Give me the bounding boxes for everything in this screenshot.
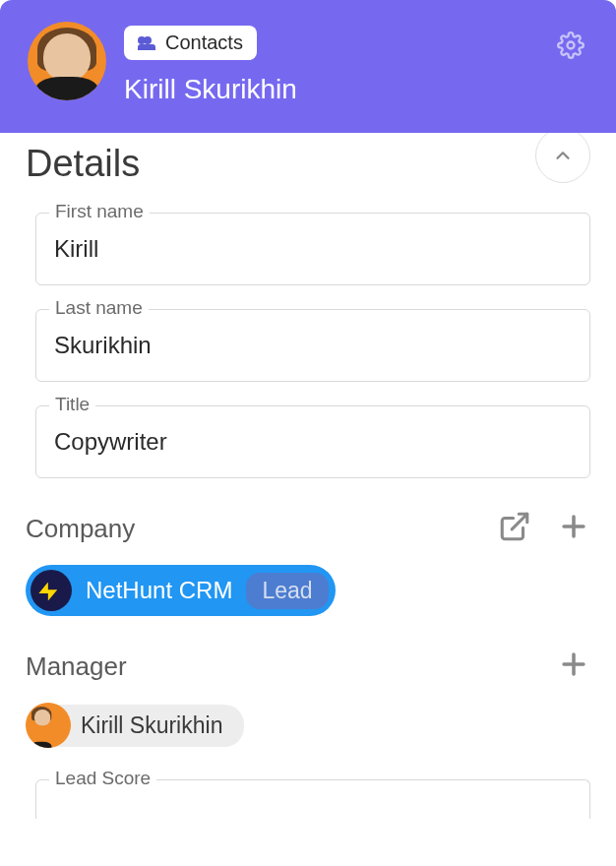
plus-icon [557, 510, 590, 543]
manager-avatar [26, 703, 71, 748]
contacts-icon [138, 36, 157, 50]
last-name-input[interactable] [35, 309, 590, 382]
company-section-label: Company [26, 514, 135, 544]
title-field: Title [35, 405, 590, 478]
open-company-button[interactable] [498, 510, 531, 547]
first-name-label: First name [49, 201, 150, 222]
gear-icon [557, 31, 585, 59]
section-title: Details [26, 143, 140, 185]
chevron-up-icon [552, 145, 574, 166]
external-link-icon [498, 510, 531, 543]
last-name-label: Last name [49, 297, 149, 319]
manager-chip[interactable]: Kirill Skurikhin [26, 703, 244, 748]
add-manager-button[interactable] [557, 648, 590, 685]
collapse-button[interactable] [535, 128, 590, 183]
add-company-button[interactable] [557, 510, 590, 547]
last-name-field: Last name [35, 309, 590, 382]
company-chip[interactable]: NetHunt CRM Lead [26, 565, 336, 616]
first-name-field: First name [35, 213, 590, 285]
svg-point-0 [568, 42, 575, 49]
company-logo [31, 570, 72, 611]
contact-header: Contacts Kirill Skurikhin [0, 0, 616, 133]
company-status-badge: Lead [246, 573, 328, 609]
title-input[interactable] [35, 405, 590, 478]
title-label: Title [49, 394, 95, 415]
details-panel: Details First name Last name Title Compa… [0, 133, 616, 838]
contact-name-title: Kirill Skurikhin [124, 74, 588, 105]
company-name: NetHunt CRM [86, 577, 232, 604]
settings-button[interactable] [557, 31, 585, 59]
lead-score-field: Lead Score [35, 779, 590, 819]
contact-avatar[interactable] [28, 22, 106, 100]
first-name-input[interactable] [35, 213, 590, 285]
folder-badge[interactable]: Contacts [124, 26, 257, 60]
manager-section-label: Manager [26, 651, 127, 682]
svg-line-1 [512, 514, 527, 529]
badge-label: Contacts [165, 31, 243, 54]
plus-icon [557, 648, 590, 681]
manager-name: Kirill Skurikhin [49, 705, 244, 747]
lead-score-label: Lead Score [49, 768, 156, 789]
